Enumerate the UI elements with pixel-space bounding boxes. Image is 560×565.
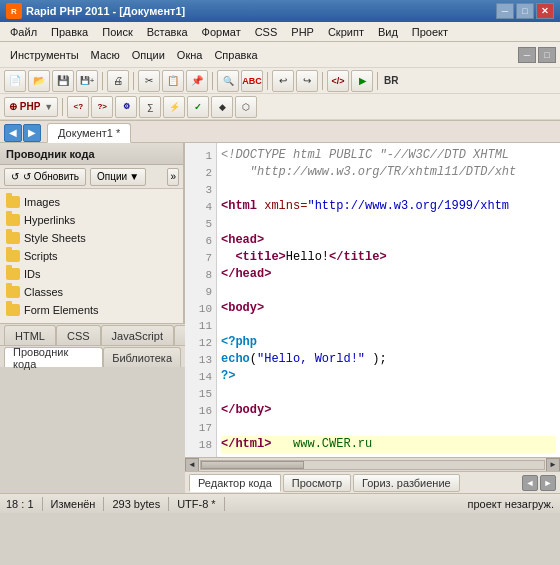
php-btn1[interactable]: <? [67,96,89,118]
php-selector[interactable]: ⊕ PHP ▼ [4,97,58,117]
menu-bar-2: Инструменты Масю Опции Окна Справка ─ □ [0,42,560,68]
save-all-btn[interactable]: 💾+ [76,70,98,92]
back-nav-btn[interactable]: ◀ [4,124,22,142]
copy-btn[interactable]: 📋 [162,70,184,92]
tree-item-scripts[interactable]: Scripts [0,247,183,265]
php-btn3[interactable]: ⚙ [115,96,137,118]
code-tag-html-close: </html> [221,436,271,453]
options-panel-btn[interactable]: Опции ▼ [90,168,146,186]
php-btn8[interactable]: ⬡ [235,96,257,118]
scroll-right-btn[interactable]: ► [546,458,560,472]
save-btn[interactable]: 💾 [52,70,74,92]
code-tag-body-close: </body> [221,402,271,419]
menu-windows[interactable]: Окна [171,47,209,63]
maximize-button[interactable]: □ [516,3,534,19]
tab-javascript[interactable]: JavaScript [101,325,174,345]
menu-search[interactable]: Поиск [96,24,138,40]
refresh-label: ↺ Обновить [23,171,79,182]
paste-btn[interactable]: 📌 [186,70,208,92]
title-bar-left: R Rapid PHP 2011 - [Документ1] [6,3,185,19]
tab-css[interactable]: CSS [56,325,101,345]
php-btn4[interactable]: ∑ [139,96,161,118]
editor-tab-split[interactable]: Гориз. разбиение [353,474,460,492]
editor-tab-right-arrow[interactable]: ► [540,475,556,491]
code-line-12: <?php [221,334,556,351]
line-num-11: 11 [185,317,216,334]
php-btn2[interactable]: ?> [91,96,113,118]
sep3 [212,72,213,90]
code-area: 1 2 3 4 5 6 7 8 9 10 11 12 13 14 15 16 1 [185,143,560,457]
new-file-btn[interactable]: 📄 [4,70,26,92]
editor-tab-left-arrow[interactable]: ◄ [522,475,538,491]
h-scroll-thumb[interactable] [201,461,304,469]
line-num-13: 13 [185,351,216,368]
line-num-2: 2 [185,164,216,181]
code-echo-str: "Hello, World!" [257,351,365,368]
menu-project[interactable]: Проект [406,24,454,40]
menu-tools[interactable]: Инструменты [4,47,85,63]
tree-item-images[interactable]: Images [0,193,183,211]
document-tab[interactable]: Документ1 * [47,123,131,143]
php-btn7[interactable]: ◆ [211,96,233,118]
tab-html[interactable]: HTML [4,325,56,345]
tree-item-stylesheets[interactable]: Style Sheets [0,229,183,247]
title-bar: R Rapid PHP 2011 - [Документ1] ─ □ ✕ [0,0,560,22]
minimize-button[interactable]: ─ [496,3,514,19]
tab-code-explorer[interactable]: Проводник кода [4,347,103,367]
tree-item-ids[interactable]: IDs [0,265,183,283]
sep7 [62,98,63,116]
open-file-btn[interactable]: 📂 [28,70,50,92]
tree-item-form-elements[interactable]: Form Elements [0,301,183,319]
menu-file[interactable]: Файл [4,24,43,40]
editor-tab-code[interactable]: Редактор кода [189,474,281,492]
h-scroll-track[interactable] [200,460,545,470]
tab-library[interactable]: Библиотека [103,347,181,367]
undo-btn[interactable]: ↩ [272,70,294,92]
find-btn[interactable]: 🔍 [217,70,239,92]
menu-help[interactable]: Справка [208,47,263,63]
forward-nav-btn[interactable]: ▶ [23,124,41,142]
php-btn5[interactable]: ⚡ [163,96,185,118]
code-echo-end: ); [365,351,387,368]
menu-php[interactable]: PHP [285,24,320,40]
code-line-2: "http://www.w3.org/TR/xhtml11/DTD/xht [221,164,556,181]
menu-insert[interactable]: Вставка [141,24,194,40]
menu-options[interactable]: Опции [126,47,171,63]
folder-icon-scripts [6,250,20,262]
code-php-close: ?> [221,368,235,385]
editor-tab-preview[interactable]: Просмотр [283,474,351,492]
menu-bar-1: Файл Правка Поиск Вставка Формат CSS PHP… [0,22,560,42]
run-btn[interactable]: ▶ [351,70,373,92]
panel-expand-btn[interactable]: » [167,168,179,186]
menu-format[interactable]: Формат [196,24,247,40]
menu-script[interactable]: Скрипт [322,24,370,40]
tab-bar: ◀ ▶ Документ1 * [0,121,560,143]
refresh-btn[interactable]: ↺ ↺ Обновить [4,168,86,186]
print-btn[interactable]: 🖨 [107,70,129,92]
code-content[interactable]: <!DOCTYPE html PUBLIC "-//W3C//DTD XHTML… [217,143,560,457]
tree-label-stylesheets: Style Sheets [24,232,86,244]
code-line-10: <body> [221,300,556,317]
tag-btn[interactable]: </> [327,70,349,92]
toolbar-minimize-btn[interactable]: ─ [518,47,536,63]
tree-item-classes[interactable]: Classes [0,283,183,301]
code-editor[interactable]: 1 2 3 4 5 6 7 8 9 10 11 12 13 14 15 16 1 [185,143,560,493]
folder-icon-ids [6,268,20,280]
close-button[interactable]: ✕ [536,3,554,19]
tree-label-ids: IDs [24,268,41,280]
status-sep-3 [168,497,169,511]
status-sep-4 [224,497,225,511]
toolbar-restore-btn[interactable]: □ [538,47,556,63]
menu-masio[interactable]: Масю [85,47,126,63]
scroll-left-btn[interactable]: ◄ [185,458,199,472]
menu-view[interactable]: Вид [372,24,404,40]
tree-item-hyperlinks[interactable]: Hyperlinks [0,211,183,229]
tree-label-scripts: Scripts [24,250,58,262]
redo-btn[interactable]: ↪ [296,70,318,92]
cut-btn[interactable]: ✂ [138,70,160,92]
menu-css[interactable]: CSS [249,24,284,40]
replace-btn[interactable]: ABC [241,70,263,92]
php-btn6[interactable]: ✓ [187,96,209,118]
h-scrollbar[interactable]: ◄ ► [185,457,560,471]
menu-edit[interactable]: Правка [45,24,94,40]
